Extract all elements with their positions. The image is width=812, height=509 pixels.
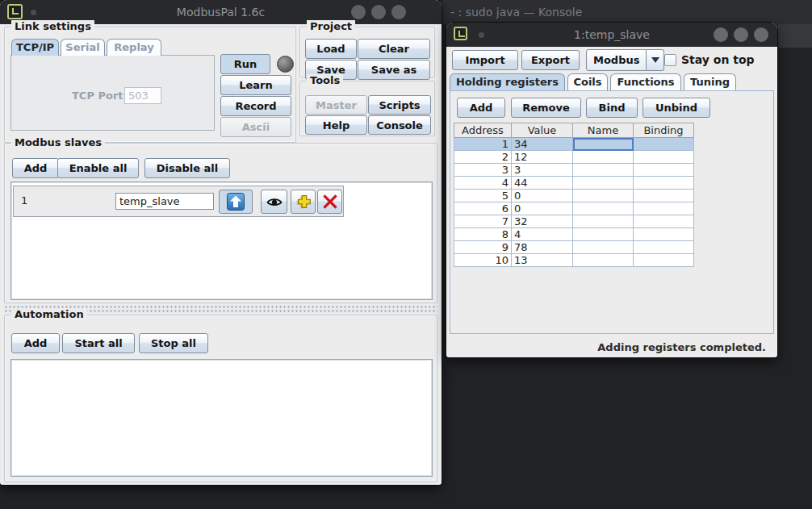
stay-on-top-checkbox[interactable] — [664, 54, 676, 66]
record-button[interactable]: Record — [220, 96, 291, 116]
start-all-button[interactable]: Start all — [62, 333, 135, 353]
combobox-arrow-button[interactable] — [647, 49, 664, 71]
console-button[interactable]: Console — [368, 115, 431, 135]
slave-enabled-toggle[interactable] — [219, 190, 253, 214]
table-cell-address[interactable]: 10 — [454, 254, 512, 267]
table-cell-binding[interactable] — [634, 138, 694, 151]
table-row[interactable]: 444 — [454, 177, 694, 190]
table-cell-address[interactable]: 9 — [454, 241, 512, 254]
tab-functions[interactable]: Functions — [610, 73, 681, 90]
table-cell-value[interactable]: 12 — [512, 151, 573, 164]
tab-tcpip[interactable]: TCP/IP — [11, 39, 59, 56]
column-header-address[interactable]: Address — [454, 123, 512, 138]
table-row[interactable]: 134 — [454, 138, 694, 151]
table-cell-address[interactable]: 8 — [454, 228, 512, 241]
table-cell-address[interactable]: 5 — [454, 190, 512, 202]
slave-row[interactable]: 1 — [13, 186, 344, 217]
table-row[interactable]: 978 — [454, 241, 694, 254]
table-cell-binding[interactable] — [634, 228, 694, 241]
slave-view-button[interactable] — [261, 190, 287, 214]
table-cell-binding[interactable] — [634, 241, 694, 254]
table-cell-name[interactable] — [573, 202, 634, 215]
table-cell-address[interactable]: 7 — [454, 215, 512, 228]
register-unbind-button[interactable]: Unbind — [642, 98, 710, 118]
clear-button[interactable]: Clear — [358, 39, 430, 59]
table-cell-value[interactable]: 4 — [512, 228, 573, 241]
save-as-button[interactable]: Save as — [358, 60, 430, 80]
slave-add-button[interactable]: Add — [12, 158, 59, 178]
table-cell-value[interactable]: 0 — [512, 190, 573, 202]
tab-coils[interactable]: Coils — [567, 73, 608, 90]
table-cell-name[interactable] — [573, 228, 634, 241]
tcp-port-input[interactable] — [124, 87, 161, 104]
column-header-binding[interactable]: Binding — [634, 123, 694, 138]
table-cell-binding[interactable] — [634, 151, 694, 164]
table-row[interactable]: 84 — [454, 228, 694, 241]
window-minimize-button[interactable] — [714, 27, 728, 42]
table-cell-address[interactable]: 1 — [454, 138, 512, 151]
table-cell-name[interactable] — [573, 164, 634, 177]
stop-all-button[interactable]: Stop all — [139, 333, 208, 353]
column-header-value[interactable]: Value — [512, 123, 573, 138]
table-cell-binding[interactable] — [634, 202, 694, 215]
export-button[interactable]: Export — [521, 50, 580, 70]
slave-delete-button[interactable] — [317, 190, 342, 214]
scripts-button[interactable]: Scripts — [368, 95, 431, 115]
window-minimize-button[interactable] — [351, 5, 366, 19]
import-button[interactable]: Import — [452, 50, 518, 70]
table-cell-value[interactable]: 44 — [512, 177, 573, 190]
table-cell-value[interactable]: 32 — [512, 215, 573, 228]
tab-holding-registers[interactable]: Holding registers — [450, 73, 565, 90]
help-button[interactable]: Help — [305, 115, 367, 135]
slave-duplicate-button[interactable] — [291, 190, 316, 214]
table-row[interactable]: 1013 — [454, 254, 694, 267]
table-cell-address[interactable]: 6 — [454, 202, 512, 215]
table-row[interactable]: 732 — [454, 215, 694, 228]
table-row[interactable]: 212 — [454, 151, 694, 164]
register-remove-button[interactable]: Remove — [511, 98, 581, 118]
enable-all-button[interactable]: Enable all — [57, 158, 139, 178]
table-row[interactable]: 33 — [454, 164, 694, 177]
table-cell-binding[interactable] — [634, 164, 694, 177]
table-cell-value[interactable]: 34 — [512, 138, 573, 151]
window-maximize-button[interactable] — [734, 27, 748, 42]
table-cell-value[interactable]: 3 — [512, 164, 573, 177]
tab-replay[interactable]: Replay — [107, 39, 161, 56]
run-button[interactable]: Run — [220, 54, 270, 74]
table-cell-name[interactable] — [573, 190, 634, 202]
register-add-button[interactable]: Add — [457, 98, 505, 118]
window-close-button[interactable] — [391, 5, 406, 19]
konsole-titlebar: - : sudo java — Konsole — [442, 0, 812, 24]
tab-serial[interactable]: Serial — [61, 39, 105, 56]
window-close-button[interactable] — [754, 27, 768, 42]
table-cell-name[interactable] — [573, 177, 634, 190]
learn-button[interactable]: Learn — [220, 75, 291, 95]
window-maximize-button[interactable] — [371, 5, 386, 19]
table-cell-address[interactable]: 3 — [454, 164, 512, 177]
table-cell-binding[interactable] — [634, 190, 694, 202]
table-cell-address[interactable]: 2 — [454, 151, 512, 164]
column-header-name[interactable]: Name — [573, 123, 634, 138]
slave-name-input[interactable] — [115, 193, 214, 210]
table-row[interactable]: 50 — [454, 190, 694, 202]
table-row[interactable]: 60 — [454, 202, 694, 215]
disable-all-button[interactable]: Disable all — [144, 158, 230, 178]
table-cell-name[interactable] — [573, 151, 634, 164]
automation-add-button[interactable]: Add — [11, 333, 60, 353]
register-bind-button[interactable]: Bind — [586, 98, 638, 118]
table-cell-address[interactable]: 4 — [454, 177, 512, 190]
table-cell-name[interactable] — [573, 254, 634, 267]
table-cell-name[interactable] — [573, 138, 634, 151]
table-cell-value[interactable]: 78 — [512, 241, 573, 254]
table-cell-binding[interactable] — [634, 177, 694, 190]
window-titlebar[interactable]: 1:temp_slave — [446, 23, 777, 47]
protocol-combobox[interactable]: Modbus — [586, 49, 664, 71]
load-button[interactable]: Load — [305, 39, 357, 59]
table-cell-binding[interactable] — [634, 215, 694, 228]
table-cell-binding[interactable] — [634, 254, 694, 267]
tab-tuning[interactable]: Tuning — [684, 73, 736, 90]
table-cell-name[interactable] — [573, 215, 634, 228]
table-cell-value[interactable]: 13 — [512, 254, 573, 267]
table-cell-name[interactable] — [573, 241, 634, 254]
table-cell-value[interactable]: 0 — [512, 202, 573, 215]
